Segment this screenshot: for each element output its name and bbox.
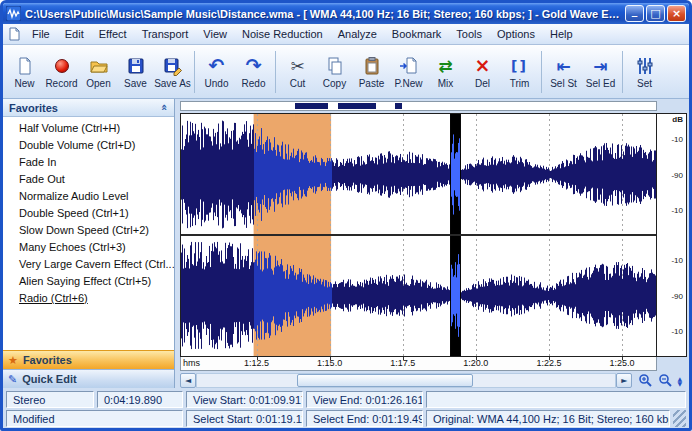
timeline-tick xyxy=(549,357,550,360)
menu-options[interactable]: Options xyxy=(490,26,542,42)
timeline-tick xyxy=(257,357,258,360)
zoom-controls: ▲▼ xyxy=(632,373,687,388)
copy-button[interactable]: Copy xyxy=(316,47,353,96)
menu-noise-reduction[interactable]: Noise Reduction xyxy=(235,26,330,42)
zoom-in-icon[interactable] xyxy=(637,373,654,388)
save-button[interactable]: Save xyxy=(117,47,154,96)
favorites-tab[interactable]: ★ Favorites xyxy=(3,350,174,369)
menu-transport[interactable]: Transport xyxy=(135,26,196,42)
trim-button[interactable]: [] Trim xyxy=(501,47,538,96)
select-start-button[interactable]: ⇤ Sel St xyxy=(545,47,582,96)
new-button[interactable]: New xyxy=(6,47,43,96)
close-button[interactable]: × xyxy=(667,5,686,22)
select-end-icon: ⇥ xyxy=(593,54,607,77)
view-start-status: View Start: 0:01:09.917 xyxy=(186,391,303,408)
delete-button[interactable]: × Del xyxy=(464,47,501,96)
horizontal-scrollbar[interactable]: ◄ ► ▲▼ xyxy=(180,373,687,388)
modified-status: Modified xyxy=(6,410,183,427)
menu-tools[interactable]: Tools xyxy=(449,26,489,42)
scroll-left-arrow[interactable]: ◄ xyxy=(180,373,196,388)
favorites-item-alien-saying[interactable]: Alien Saying Effect (Ctrl+5) xyxy=(3,273,174,290)
toolbar-label: Sel St xyxy=(550,78,577,89)
toolbar-label: Trim xyxy=(510,78,530,89)
waveform-panel: dB -10-90-10-10-90-10 hms 1:12.51:15.01:… xyxy=(178,99,689,388)
total-length-status: 0:04:19.890 xyxy=(97,391,183,408)
file-position-overview[interactable] xyxy=(180,101,657,111)
scrollbar-track[interactable] xyxy=(196,373,616,388)
status-bar-row-2: Modified Select Start: 0:01:19.117 Selec… xyxy=(3,409,689,428)
cut-button[interactable]: ✂ Cut xyxy=(279,47,316,96)
overview-segment xyxy=(295,103,328,109)
set-button[interactable]: Set xyxy=(626,47,663,96)
favorites-item-fade-in[interactable]: Fade In xyxy=(3,154,174,171)
delete-x-icon: × xyxy=(475,54,491,77)
menu-effect[interactable]: Effect xyxy=(92,26,134,42)
save-floppy-icon xyxy=(126,54,146,77)
favorites-item-radio[interactable]: Radio (Ctrl+6) xyxy=(3,290,174,307)
toolbar-label: Paste xyxy=(359,78,385,89)
quick-edit-tab[interactable]: ✎ Quick Edit xyxy=(3,369,174,388)
undo-button[interactable]: ↶ Undo xyxy=(198,47,235,96)
effects-sidebar: Favorites « Half Volume (Ctrl+H) Double … xyxy=(3,99,175,388)
menu-view[interactable]: View xyxy=(196,26,234,42)
paste-new-button[interactable]: P.New xyxy=(390,47,427,96)
mix-button[interactable]: ⇄ Mix xyxy=(427,47,464,96)
toolbar-separator xyxy=(275,51,276,93)
favorites-item-normalize[interactable]: Normalize Audio Level xyxy=(3,188,174,205)
channel-mode-status: Stereo xyxy=(6,391,94,408)
undo-icon: ↶ xyxy=(209,54,225,77)
favorites-item-double-speed[interactable]: Double Speed (Ctrl+1) xyxy=(3,205,174,222)
cut-scissors-icon: ✂ xyxy=(290,54,304,77)
menu-file[interactable]: File xyxy=(25,26,57,42)
menu-edit[interactable]: Edit xyxy=(58,26,91,42)
favorites-item-slow-down-speed[interactable]: Slow Down Speed (Ctrl+2) xyxy=(3,222,174,239)
save-as-button[interactable]: Save As xyxy=(154,47,191,96)
toolbar: New Record Open Save Save As ↶ Undo ↷ Re… xyxy=(3,45,689,99)
favorites-item-half-volume[interactable]: Half Volume (Ctrl+H) xyxy=(3,120,174,137)
waveform-canvas[interactable] xyxy=(181,114,656,356)
select-end-button[interactable]: ⇥ Sel Ed xyxy=(582,47,619,96)
favorites-panel-title: Favorites xyxy=(9,102,58,114)
record-icon xyxy=(55,54,69,77)
favorites-panel-header[interactable]: Favorites « xyxy=(3,99,174,117)
titlebar[interactable]: C:\Users\Public\Music\Sample Music\Dista… xyxy=(3,3,689,24)
paste-button[interactable]: Paste xyxy=(353,47,390,96)
vertical-zoom-arrows[interactable]: ▲▼ xyxy=(677,376,682,386)
menu-help[interactable]: Help xyxy=(543,26,580,42)
scroll-right-arrow[interactable]: ► xyxy=(616,373,632,388)
resize-grip[interactable] xyxy=(673,410,686,427)
scrollbar-thumb[interactable] xyxy=(297,374,473,387)
timeline-tick xyxy=(403,357,404,360)
set-sliders-icon xyxy=(635,54,655,77)
toolbar-label: Save xyxy=(124,78,147,89)
window-title: C:\Users\Public\Music\Sample Music\Dista… xyxy=(25,8,621,20)
minimize-button[interactable]: _ xyxy=(625,5,644,22)
favorites-item-fade-out[interactable]: Fade Out xyxy=(3,171,174,188)
axis-unit-label: dB xyxy=(672,115,683,124)
menu-bookmark[interactable]: Bookmark xyxy=(385,26,449,42)
maximize-button[interactable]: □ xyxy=(646,5,665,22)
axis-label: -10 xyxy=(671,135,683,144)
document-icon[interactable] xyxy=(7,27,21,41)
redo-button[interactable]: ↷ Redo xyxy=(235,47,272,96)
timeline-tick xyxy=(476,357,477,360)
copy-icon xyxy=(325,54,345,77)
favorites-tab-label: Favorites xyxy=(23,354,72,366)
collapse-icon[interactable]: « xyxy=(158,104,171,111)
favorites-item-many-echoes[interactable]: Many Echoes (Ctrl+3) xyxy=(3,239,174,256)
axis-label: -10 xyxy=(671,206,683,215)
toolbar-label: New xyxy=(14,78,34,89)
zoom-out-icon[interactable] xyxy=(657,373,674,388)
quick-edit-pencil-icon: ✎ xyxy=(8,373,17,386)
open-button[interactable]: Open xyxy=(80,47,117,96)
toolbar-label: Cut xyxy=(290,78,306,89)
toolbar-label: Redo xyxy=(242,78,266,89)
favorites-item-cavern-effect[interactable]: Very Large Cavern Effect (Ctrl... xyxy=(3,256,174,273)
axis-label: -90 xyxy=(671,171,683,180)
menu-analyze[interactable]: Analyze xyxy=(331,26,384,42)
waveform-view[interactable] xyxy=(180,113,657,357)
arrow-down-icon[interactable]: ▼ xyxy=(677,381,682,386)
record-button[interactable]: Record xyxy=(43,47,80,96)
mix-icon: ⇄ xyxy=(438,54,452,77)
favorites-item-double-volume[interactable]: Double Volume (Ctrl+D) xyxy=(3,137,174,154)
